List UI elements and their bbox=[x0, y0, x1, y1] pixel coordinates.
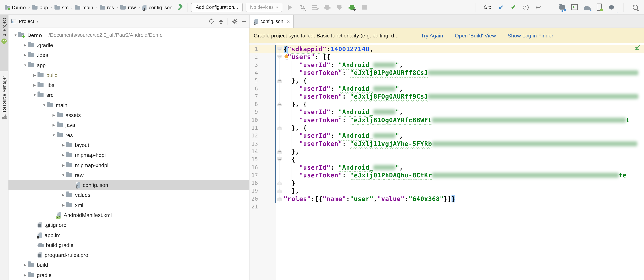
chevron-expanded-icon[interactable]: ▼ bbox=[51, 133, 56, 137]
code-line[interactable]: } bbox=[284, 179, 295, 187]
tool-stripe-resource-manager[interactable]: Resource Manager bbox=[0, 73, 8, 162]
code-line[interactable]: }, { bbox=[284, 100, 307, 108]
breadcrumb-item-Demo[interactable]: Demo bbox=[4, 4, 26, 10]
fold-end-icon[interactable] bbox=[278, 197, 282, 201]
code-editor[interactable]: 1{"sdkappid":1400127140,2 "users": [{3 "… bbox=[250, 43, 644, 280]
breadcrumb-item-config-json[interactable]: config.json bbox=[142, 4, 172, 10]
code-line[interactable]: "userToken": "eJxlj01PhDAQhu-8CtKrte bbox=[284, 171, 627, 179]
code-line[interactable]: "userToken": "eJxlj8FOg0AURff9CsJ bbox=[284, 93, 638, 101]
tree-item-mipmap-hdpi[interactable]: ▶mipmap-hdpi bbox=[8, 150, 249, 160]
code-line[interactable]: "userId": "Android_", bbox=[284, 85, 403, 93]
code-line[interactable]: {"sdkappid":1400127140, bbox=[284, 45, 374, 53]
fold-end-icon[interactable] bbox=[278, 102, 282, 106]
tree-item-mipmap-xhdpi[interactable]: ▶mipmap-xhdpi bbox=[8, 160, 249, 170]
attach-debugger-icon[interactable] bbox=[348, 3, 356, 11]
chevron-collapsed-icon[interactable]: ▶ bbox=[60, 153, 66, 157]
sdk-manager-icon[interactable] bbox=[608, 3, 615, 11]
breadcrumb-item-main[interactable]: main bbox=[75, 4, 93, 10]
tree-item-res[interactable]: ▼res bbox=[8, 130, 249, 140]
tree-item-Demo[interactable]: ▼Demo~/Documents/source/tic2.0_all/PaaS/… bbox=[8, 30, 249, 40]
code-line[interactable]: "userToken": "eJxlj11vgjAYhe-5FYRb bbox=[284, 140, 637, 148]
code-line[interactable]: "roles":[{"name":"user","value":"640x368… bbox=[284, 195, 456, 203]
code-line[interactable]: ], bbox=[284, 187, 299, 195]
breadcrumb-item-app[interactable]: app bbox=[32, 4, 48, 10]
tree-item-xml[interactable]: ▶xml bbox=[8, 200, 249, 210]
chevron-expanded-icon[interactable]: ▼ bbox=[22, 63, 28, 67]
tree-item--gradle[interactable]: ▶.gradle bbox=[8, 40, 249, 50]
chevron-collapsed-icon[interactable]: ▶ bbox=[22, 53, 28, 57]
tool-stripe-1-project[interactable]: 1: Project bbox=[0, 15, 8, 71]
chevron-collapsed-icon[interactable]: ▶ bbox=[60, 143, 66, 147]
debug-icon[interactable] bbox=[323, 3, 331, 11]
code-line[interactable]: "userToken": "eJxlj81Og0AYRfc8BWFtt bbox=[284, 116, 630, 124]
banner-action-open-build-view[interactable]: Open 'Build' View bbox=[455, 32, 496, 38]
chevron-expanded-icon[interactable]: ▼ bbox=[32, 93, 38, 97]
close-tab-icon[interactable]: × bbox=[287, 18, 290, 24]
stop-button[interactable] bbox=[360, 3, 368, 11]
run-anything-icon[interactable] bbox=[570, 3, 578, 11]
device-selector-dropdown[interactable]: No devices ▾ bbox=[246, 3, 282, 12]
chevron-collapsed-icon[interactable]: ▶ bbox=[60, 163, 66, 167]
tree-item--gitignore[interactable]: .gitignore bbox=[8, 220, 249, 230]
code-line[interactable]: "userId": "Android_", bbox=[284, 61, 403, 69]
tree-item-config-json[interactable]: config.json bbox=[8, 180, 249, 190]
chevron-collapsed-icon[interactable]: ▶ bbox=[22, 263, 28, 267]
code-line[interactable]: "userId": "Android_", bbox=[284, 163, 403, 171]
code-line[interactable]: "users": [{ bbox=[284, 53, 330, 61]
fold-end-icon[interactable] bbox=[278, 149, 282, 154]
tree-item-java[interactable]: ▶java bbox=[8, 120, 249, 130]
tree-item-raw[interactable]: ▼raw bbox=[8, 170, 249, 180]
tree-item-libs[interactable]: ▶libs bbox=[8, 80, 249, 90]
code-line[interactable]: }, { bbox=[284, 77, 307, 85]
code-line[interactable]: "userId": "Android_", bbox=[284, 132, 403, 140]
chevron-expanded-icon[interactable]: ▼ bbox=[60, 173, 66, 177]
tree-item--idea[interactable]: ▶.idea bbox=[8, 50, 249, 60]
gradle-sync-icon[interactable] bbox=[583, 3, 590, 11]
project-panel-title[interactable]: Project bbox=[19, 18, 34, 24]
chevron-expanded-icon[interactable]: ▼ bbox=[42, 103, 47, 107]
tree-item-assets[interactable]: ▶assets bbox=[8, 110, 249, 120]
vcs-rollback-icon[interactable]: ↩ bbox=[534, 3, 542, 11]
tree-item-src[interactable]: ▼src bbox=[8, 90, 249, 100]
code-line[interactable]: "userToken": "eJxlj01Pg0AURff8CsJ bbox=[284, 69, 638, 77]
vcs-commit-icon[interactable]: ✔ bbox=[510, 3, 517, 11]
breadcrumb-item-raw[interactable]: raw bbox=[120, 4, 136, 10]
chevron-collapsed-icon[interactable]: ▶ bbox=[51, 113, 56, 117]
banner-action-try-again[interactable]: Try Again bbox=[421, 32, 443, 38]
project-structure-icon[interactable] bbox=[558, 3, 566, 11]
chevron-collapsed-icon[interactable]: ▶ bbox=[22, 273, 28, 277]
breadcrumb-item-res[interactable]: res bbox=[100, 4, 114, 10]
tree-item-build[interactable]: ▶build bbox=[8, 260, 249, 270]
chevron-collapsed-icon[interactable]: ▶ bbox=[32, 73, 38, 77]
apply-changes-icon[interactable]: ↻ bbox=[298, 3, 306, 11]
tree-item-gradle[interactable]: ▶gradle bbox=[8, 270, 249, 280]
code-line[interactable]: }, { bbox=[284, 124, 307, 132]
tree-item-build[interactable]: ▶build bbox=[8, 70, 249, 80]
locate-file-icon[interactable] bbox=[208, 18, 214, 24]
tree-item-main[interactable]: ▼main bbox=[8, 100, 249, 110]
banner-action-show-log-in-finder[interactable]: Show Log in Finder bbox=[508, 32, 554, 38]
run-button[interactable] bbox=[286, 3, 294, 11]
hide-panel-icon[interactable] bbox=[242, 19, 246, 23]
search-everywhere-icon[interactable] bbox=[631, 3, 639, 11]
vcs-history-icon[interactable] bbox=[522, 3, 530, 11]
chevron-collapsed-icon[interactable]: ▶ bbox=[60, 203, 66, 207]
chevron-down-icon[interactable]: ▾ bbox=[36, 19, 38, 23]
fold-end-icon[interactable] bbox=[278, 78, 282, 83]
apply-code-changes-icon[interactable] bbox=[311, 3, 319, 11]
chevron-collapsed-icon[interactable]: ▶ bbox=[51, 123, 56, 127]
inspections-ok-icon[interactable] bbox=[634, 44, 641, 51]
code-line[interactable]: }, bbox=[284, 148, 299, 156]
settings-gear-icon[interactable] bbox=[232, 18, 238, 24]
tree-item-app[interactable]: ▼app bbox=[8, 60, 249, 70]
chevron-expanded-icon[interactable]: ▼ bbox=[13, 33, 18, 37]
code-line[interactable]: { bbox=[284, 155, 295, 163]
fold-start-icon[interactable] bbox=[278, 157, 282, 161]
add-configuration-button[interactable]: Add Configuration... bbox=[191, 3, 243, 12]
profile-icon[interactable] bbox=[336, 3, 344, 11]
chevron-collapsed-icon[interactable]: ▶ bbox=[22, 43, 28, 47]
tree-item-AndroidManifest-xml[interactable]: AndroidManifest.xml bbox=[8, 210, 249, 220]
fold-end-icon[interactable] bbox=[278, 189, 282, 193]
collapse-all-icon[interactable] bbox=[218, 18, 224, 24]
chevron-collapsed-icon[interactable]: ▶ bbox=[32, 83, 38, 87]
